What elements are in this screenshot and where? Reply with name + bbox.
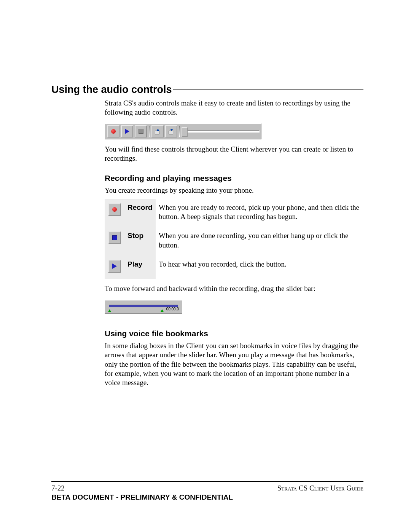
export-button[interactable] (165, 125, 177, 137)
play-icon (125, 129, 129, 134)
record-icon (112, 207, 117, 212)
audio-toolbar (105, 123, 261, 139)
play-button[interactable] (121, 125, 133, 137)
stop-icon (112, 235, 117, 240)
intro-paragraph: Strata CS's audio controls make it easy … (105, 99, 363, 117)
bookmark-end-icon[interactable] (161, 309, 164, 312)
record-button[interactable] (107, 125, 119, 137)
toolbar-separator (149, 126, 150, 137)
slider-figure: 00:00.0 (105, 300, 182, 314)
slider-track (183, 130, 260, 133)
slider-note: To move forward and backward within the … (105, 284, 363, 293)
stop-icon (139, 129, 143, 134)
slider-thumb[interactable] (182, 127, 188, 137)
record-icon (111, 129, 116, 134)
page-footer: 7-22 Strata CS Client User Guide BETA DO… (51, 481, 363, 502)
section-title-text: Using the audio controls (51, 84, 172, 96)
heading-rule (173, 89, 363, 89)
controls-table: Record When you are ready to record, pic… (105, 199, 363, 279)
page-number: 7-22 (51, 484, 65, 492)
table-row (105, 227, 124, 256)
slider-time: 00:00.0 (166, 307, 179, 311)
play-icon (112, 264, 117, 269)
bookmarks-paragraph: In some dialog boxes in the Client you c… (105, 341, 363, 388)
subheading-bookmarks: Using voice file bookmarks (105, 329, 363, 338)
stop-button[interactable] (108, 231, 121, 244)
export-icon (169, 129, 174, 134)
control-description: When you are done recording, you can eit… (156, 227, 363, 256)
import-button[interactable] (151, 125, 164, 137)
section-heading: Using the audio controls (51, 84, 363, 96)
confidential-notice: BETA DOCUMENT - PRELIMINARY & CONFIDENTI… (51, 493, 363, 502)
control-label: Play (124, 256, 156, 279)
import-icon (155, 129, 160, 134)
record-button[interactable] (108, 203, 121, 216)
table-row (105, 199, 124, 228)
guide-name: Strata CS Client User Guide (277, 484, 363, 492)
control-description: When you are ready to record, pick up yo… (156, 199, 363, 228)
position-slider[interactable] (183, 126, 260, 137)
bookmark-start-icon[interactable] (108, 309, 111, 312)
control-label: Stop (124, 227, 156, 256)
table-row (105, 256, 124, 279)
stop-button[interactable] (135, 125, 147, 137)
sub1-intro: You create recordings by speaking into y… (105, 186, 363, 195)
play-button[interactable] (108, 260, 121, 273)
footer-rule (51, 481, 363, 482)
subheading-recording: Recording and playing messages (105, 174, 363, 183)
toolbar-separator (179, 126, 180, 137)
control-label: Record (124, 199, 156, 228)
control-description: To hear what you recorded, click the but… (156, 256, 363, 279)
after-toolbar-paragraph: You will find these controls throughout … (105, 145, 363, 163)
